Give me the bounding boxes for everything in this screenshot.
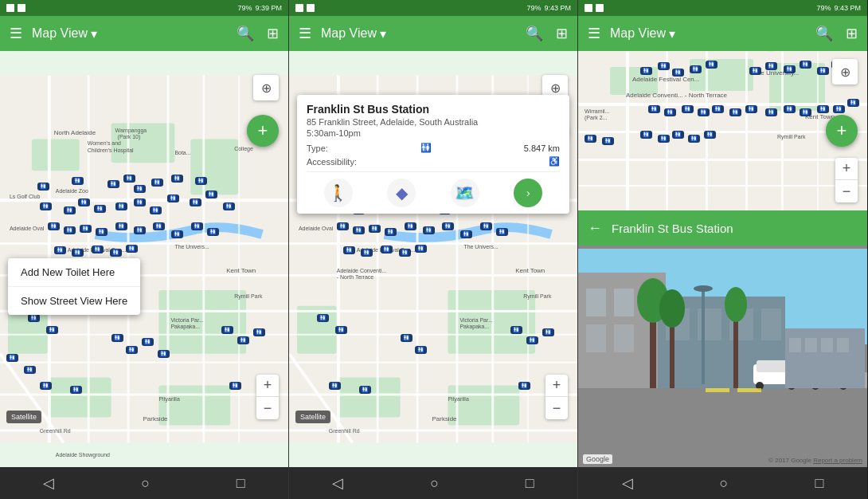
search-icon-3[interactable]: 🔍 bbox=[815, 25, 833, 42]
home-nav-3[interactable]: ○ bbox=[720, 475, 729, 492]
layers-icon-1[interactable]: ⊞ bbox=[267, 25, 279, 42]
toilet-marker[interactable]: 🚻 bbox=[369, 225, 381, 233]
toilet-marker[interactable]: 🚻 bbox=[401, 334, 412, 342]
map-3[interactable]: Adelaide Festival Cen... The University.… bbox=[578, 51, 867, 210]
zoom-in-2[interactable]: + bbox=[545, 375, 568, 397]
toilet-marker[interactable]: 🚻 bbox=[115, 202, 127, 210]
directions-walk-icon[interactable]: 🚶 bbox=[324, 179, 353, 207]
toilet-marker[interactable]: 🚻 bbox=[134, 198, 146, 206]
back-nav-1[interactable]: ◁ bbox=[43, 474, 54, 492]
toilet-marker[interactable]: 🚻 bbox=[847, 99, 859, 107]
home-nav-1[interactable]: ○ bbox=[141, 475, 150, 492]
toilet-marker[interactable]: 🚻 bbox=[207, 228, 219, 236]
toilet-marker[interactable]: 🚻 bbox=[40, 202, 52, 210]
toilet-marker[interactable]: 🚻 bbox=[672, 131, 684, 139]
menu-icon-1[interactable]: ☰ bbox=[10, 25, 22, 42]
back-button[interactable]: ← bbox=[588, 220, 602, 237]
toilet-marker[interactable]: 🚻 bbox=[405, 222, 416, 230]
toilet-marker[interactable]: 🚻 bbox=[423, 226, 435, 234]
maps-icon[interactable]: 🗺️ bbox=[451, 179, 479, 207]
toilet-marker[interactable]: 🚻 bbox=[317, 314, 329, 322]
report-problem-link[interactable]: Report a problem bbox=[813, 457, 862, 464]
toilet-marker[interactable]: 🚻 bbox=[134, 226, 146, 234]
menu-icon-3[interactable]: ☰ bbox=[588, 25, 600, 42]
location-btn-3[interactable]: ⊕ bbox=[832, 59, 858, 84]
toilet-marker[interactable]: 🚻 bbox=[833, 105, 845, 113]
toilet-marker[interactable]: 🚻 bbox=[415, 346, 427, 354]
zoom-out-2[interactable]: − bbox=[545, 397, 568, 419]
street-view-item[interactable]: Show Street View Here bbox=[8, 287, 140, 315]
toilet-marker[interactable]: 🚻 bbox=[40, 382, 52, 390]
toilet-marker[interactable]: 🚻 bbox=[712, 105, 724, 113]
toilet-marker[interactable]: 🚻 bbox=[359, 386, 371, 394]
search-icon-2[interactable]: 🔍 bbox=[526, 25, 543, 42]
toilet-marker[interactable]: 🚻 bbox=[123, 175, 135, 183]
back-nav-3[interactable]: ◁ bbox=[622, 474, 633, 492]
toilet-marker[interactable]: 🚻 bbox=[664, 108, 676, 116]
toilet-marker[interactable]: 🚻 bbox=[253, 328, 265, 336]
menu-icon-2[interactable]: ☰ bbox=[299, 25, 311, 42]
toilet-marker[interactable]: 🚻 bbox=[496, 228, 508, 236]
street-view-panel[interactable]: Google © 2017 Google Report a problem bbox=[578, 246, 867, 467]
toilet-marker[interactable]: 🚻 bbox=[640, 67, 652, 75]
toilet-marker[interactable]: 🚻 bbox=[70, 386, 82, 394]
fab-3[interactable]: + bbox=[826, 115, 858, 147]
back-nav-2[interactable]: ◁ bbox=[332, 474, 343, 492]
toilet-marker[interactable]: 🚻 bbox=[442, 222, 454, 230]
toilet-marker[interactable]: 🚻 bbox=[171, 175, 183, 183]
toilet-marker[interactable]: 🚻 bbox=[64, 206, 76, 214]
toilet-marker[interactable]: 🚻 bbox=[151, 179, 163, 187]
toilet-marker[interactable]: 🚻 bbox=[108, 180, 119, 188]
toilet-marker[interactable]: 🚻 bbox=[229, 382, 241, 390]
toilet-marker[interactable]: 🚻 bbox=[221, 326, 233, 334]
toilet-marker[interactable]: 🚻 bbox=[800, 61, 811, 69]
toilet-marker[interactable]: 🚻 bbox=[542, 328, 554, 336]
toilet-marker[interactable]: 🚻 bbox=[817, 105, 829, 113]
toilet-marker[interactable]: 🚻 bbox=[518, 382, 530, 390]
toilet-marker[interactable]: 🚻 bbox=[682, 105, 694, 113]
toilet-marker[interactable]: 🚻 bbox=[343, 246, 355, 254]
toilet-marker[interactable]: 🚻 bbox=[191, 222, 203, 230]
satellite-badge-1[interactable]: Satellite bbox=[6, 411, 41, 423]
toilet-marker[interactable]: 🚻 bbox=[381, 246, 393, 253]
toilet-marker[interactable]: 🚻 bbox=[353, 226, 365, 234]
toilet-marker[interactable]: 🚻 bbox=[337, 222, 349, 230]
toilet-marker[interactable]: 🚻 bbox=[150, 206, 162, 214]
toilet-marker[interactable]: 🚻 bbox=[385, 228, 397, 236]
more-icon[interactable]: › bbox=[514, 179, 542, 207]
toilet-marker[interactable]: 🚻 bbox=[688, 135, 700, 143]
toilet-marker[interactable]: 🚻 bbox=[111, 334, 123, 342]
toilet-marker[interactable]: 🚻 bbox=[94, 205, 106, 213]
toilet-marker[interactable]: 🚻 bbox=[46, 326, 58, 334]
toilet-marker[interactable]: 🚻 bbox=[28, 314, 40, 322]
toilet-marker[interactable]: 🚻 bbox=[729, 108, 741, 116]
toilet-marker[interactable]: 🚻 bbox=[190, 198, 201, 206]
zoom-in-1[interactable]: + bbox=[256, 375, 279, 397]
toilet-marker[interactable]: 🚻 bbox=[800, 108, 811, 116]
toilet-marker[interactable]: 🚻 bbox=[96, 228, 108, 236]
toilet-marker[interactable]: 🚻 bbox=[399, 249, 411, 257]
zoom-out-3[interactable]: − bbox=[835, 180, 858, 202]
toilet-marker[interactable]: 🚻 bbox=[126, 245, 138, 253]
toilet-marker[interactable]: 🚻 bbox=[765, 108, 777, 116]
toilet-marker[interactable]: 🚻 bbox=[335, 326, 347, 334]
toilet-marker[interactable]: 🚻 bbox=[329, 382, 341, 390]
toilet-marker[interactable]: 🚻 bbox=[648, 105, 660, 113]
toilet-marker[interactable]: 🚻 bbox=[72, 177, 84, 185]
toilet-marker[interactable]: 🚻 bbox=[126, 346, 138, 354]
toilet-marker[interactable]: 🚻 bbox=[80, 225, 92, 233]
toilet-marker[interactable]: 🚻 bbox=[64, 226, 76, 234]
toilet-marker[interactable]: 🚻 bbox=[54, 246, 66, 254]
zoom-out-1[interactable]: − bbox=[256, 397, 279, 419]
toilet-marker[interactable]: 🚻 bbox=[223, 202, 235, 210]
toilet-marker[interactable]: 🚻 bbox=[817, 67, 829, 75]
toilet-marker[interactable]: 🚻 bbox=[237, 336, 249, 344]
toilet-marker[interactable]: 🚻 bbox=[167, 194, 179, 202]
toilet-marker[interactable]: 🚻 bbox=[171, 230, 183, 238]
layers-icon-2[interactable]: ⊞ bbox=[556, 25, 568, 42]
toilet-marker[interactable]: 🚻 bbox=[37, 183, 49, 191]
toilet-marker[interactable]: 🚻 bbox=[526, 336, 538, 344]
recent-nav-3[interactable]: □ bbox=[815, 475, 824, 492]
toilet-marker[interactable]: 🚻 bbox=[690, 65, 702, 73]
toilet-marker[interactable]: 🚻 bbox=[48, 222, 60, 230]
